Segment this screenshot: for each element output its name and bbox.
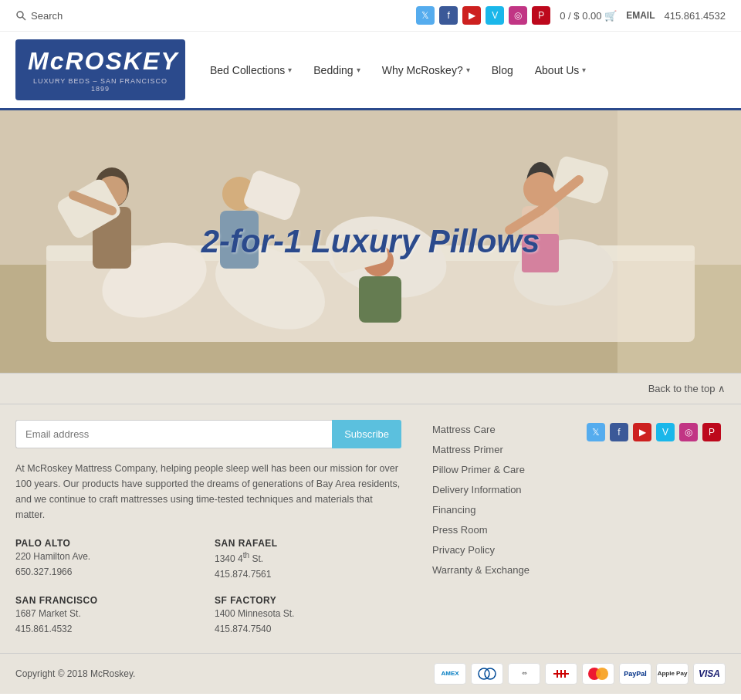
instagram-icon[interactable]: ◎ bbox=[509, 6, 527, 25]
chevron-down-icon: ▾ bbox=[582, 66, 586, 74]
nav-bedding[interactable]: Bedding ▾ bbox=[304, 58, 369, 83]
payment-visa: VISA bbox=[693, 663, 726, 685]
svg-rect-30 bbox=[618, 110, 741, 373]
search-icon bbox=[15, 10, 26, 21]
svg-point-0 bbox=[17, 12, 23, 18]
location-city: SAN RAFAEL bbox=[215, 538, 401, 549]
location-san-francisco: SAN FRANCISCO 1687 Market St. 415.861.45… bbox=[15, 595, 202, 637]
location-phone: 415.861.4532 bbox=[15, 624, 72, 634]
location-phone: 415.874.7561 bbox=[215, 569, 271, 580]
footer-link-privacy[interactable]: Privacy Policy bbox=[432, 540, 556, 560]
search-area[interactable]: Search bbox=[15, 10, 63, 22]
footer-bottom: Copyright © 2018 McRoskey. AMEX ⇔ bbox=[0, 653, 741, 694]
location-san-rafael: SAN RAFAEL 1340 4th St. 415.874.7561 bbox=[215, 538, 401, 583]
email-input[interactable] bbox=[15, 420, 332, 448]
phone-number: 415.861.4532 bbox=[664, 10, 726, 22]
chevron-down-icon: ▾ bbox=[357, 66, 360, 74]
header: McROSKEY LUXURY BEDS – SAN FRANCISCO 189… bbox=[0, 32, 741, 110]
footer-link-financing[interactable]: Financing bbox=[432, 500, 556, 520]
location-address: 1340 4th St. bbox=[215, 553, 263, 564]
email-label: EMAIL bbox=[626, 10, 655, 21]
nav-bed-collections[interactable]: Bed Collections ▾ bbox=[201, 58, 301, 83]
footer-links: Mattress Care Mattress Primer Pillow Pri… bbox=[432, 420, 556, 637]
payment-paypal: PayPal bbox=[619, 663, 651, 685]
hero-section: 2-for-1 Luxury Pillows bbox=[0, 110, 741, 373]
back-to-top[interactable]: Back to the top ∧ bbox=[0, 374, 741, 404]
mastercard-icon bbox=[584, 665, 612, 682]
payment-generic: ⇔ bbox=[508, 663, 540, 685]
diners-icon bbox=[476, 667, 498, 681]
logo-text: McROSKEY bbox=[28, 47, 173, 76]
instagram-icon[interactable]: ◎ bbox=[679, 423, 698, 441]
location-address: 1400 Minnesota St. bbox=[215, 608, 294, 619]
twitter-icon[interactable]: 𝕏 bbox=[416, 6, 435, 25]
location-address: 220 Hamilton Ave. bbox=[15, 551, 90, 562]
payment-apple-pay: Apple Pay bbox=[656, 663, 689, 685]
youtube-icon[interactable]: ▶ bbox=[462, 6, 481, 25]
facebook-icon[interactable]: f bbox=[610, 423, 628, 441]
footer-link-mattress-primer[interactable]: Mattress Primer bbox=[432, 440, 556, 460]
location-city: SAN FRANCISCO bbox=[15, 595, 202, 606]
footer-link-delivery[interactable]: Delivery Information bbox=[432, 480, 556, 500]
footer-right: 𝕏 f ▶ V ◎ P bbox=[587, 420, 726, 637]
payment-diners bbox=[471, 663, 503, 685]
search-label[interactable]: Search bbox=[31, 10, 63, 22]
location-sf-factory: SF FACTORY 1400 Minnesota St. 415.874.75… bbox=[215, 595, 401, 637]
nav-about-us[interactable]: About Us ▾ bbox=[526, 58, 596, 83]
footer-description: At McRoskey Mattress Company, helping pe… bbox=[15, 461, 401, 522]
footer-content: Subscribe At McRoskey Mattress Company, … bbox=[0, 404, 741, 653]
footer-link-pillow-primer[interactable]: Pillow Primer & Care bbox=[432, 460, 556, 480]
logo-tagline: LUXURY BEDS – SAN FRANCISCO 1899 bbox=[28, 77, 173, 93]
payment-mastercard bbox=[582, 663, 614, 685]
location-address: 1687 Market St. bbox=[15, 608, 81, 619]
location-palo-alto: PALO ALTO 220 Hamilton Ave. 650.327.1966 bbox=[15, 538, 202, 583]
footer-social-icons: 𝕏 f ▶ V ◎ P bbox=[587, 423, 726, 441]
pinterest-icon[interactable]: P bbox=[702, 423, 721, 441]
logo-box: McROSKEY LUXURY BEDS – SAN FRANCISCO 189… bbox=[15, 39, 185, 100]
twitter-icon[interactable]: 𝕏 bbox=[587, 423, 605, 441]
payment-amex: AMEX bbox=[434, 663, 466, 685]
payment-generic2 bbox=[545, 663, 577, 685]
vimeo-icon[interactable]: V bbox=[656, 423, 675, 441]
email-form[interactable]: Subscribe bbox=[15, 420, 401, 448]
nav-why-mcroskey[interactable]: Why McRoskey? ▾ bbox=[373, 58, 479, 83]
footer-link-mattress-care[interactable]: Mattress Care bbox=[432, 420, 556, 440]
footer-link-press-room[interactable]: Press Room bbox=[432, 520, 556, 540]
svg-point-38 bbox=[596, 668, 608, 680]
pinterest-icon[interactable]: P bbox=[532, 6, 550, 25]
location-phone: 415.874.7540 bbox=[215, 624, 271, 634]
top-bar-right: 𝕏 f ▶ V ◎ P 0 / $ 0.00 🛒 EMAIL 415.861.4… bbox=[416, 6, 726, 25]
social-icons-top: 𝕏 f ▶ V ◎ P bbox=[416, 6, 550, 25]
footer-left: Subscribe At McRoskey Mattress Company, … bbox=[15, 420, 401, 637]
footer: Back to the top ∧ Subscribe At McRoskey … bbox=[0, 373, 741, 694]
location-city: PALO ALTO bbox=[15, 538, 202, 549]
location-phone: 650.327.1966 bbox=[15, 566, 72, 577]
top-bar: Search 𝕏 f ▶ V ◎ P 0 / $ 0.00 🛒 EMAIL 41… bbox=[0, 0, 741, 32]
card-icon bbox=[550, 667, 572, 681]
main-nav: Bed Collections ▾ Bedding ▾ Why McRoskey… bbox=[201, 58, 595, 83]
location-city: SF FACTORY bbox=[215, 595, 401, 606]
footer-link-warranty[interactable]: Warranty & Exchange bbox=[432, 560, 556, 580]
svg-point-32 bbox=[485, 668, 496, 679]
cart-info[interactable]: 0 / $ 0.00 🛒 bbox=[560, 10, 617, 22]
vimeo-icon[interactable]: V bbox=[486, 6, 504, 25]
hero-title: 2-for-1 Luxury Pillows bbox=[201, 223, 540, 260]
chevron-down-icon: ▾ bbox=[466, 66, 470, 74]
chevron-down-icon: ▾ bbox=[288, 66, 292, 74]
copyright: Copyright © 2018 McRoskey. bbox=[15, 668, 135, 679]
nav-blog[interactable]: Blog bbox=[482, 58, 523, 83]
youtube-icon[interactable]: ▶ bbox=[633, 423, 651, 441]
svg-point-31 bbox=[479, 668, 489, 679]
payment-icons: AMEX ⇔ bbox=[434, 663, 726, 685]
svg-line-1 bbox=[22, 17, 25, 20]
subscribe-button[interactable]: Subscribe bbox=[332, 420, 401, 448]
locations-grid: PALO ALTO 220 Hamilton Ave. 650.327.1966… bbox=[15, 538, 401, 637]
logo[interactable]: McROSKEY LUXURY BEDS – SAN FRANCISCO 189… bbox=[15, 39, 185, 100]
facebook-icon[interactable]: f bbox=[439, 6, 458, 25]
